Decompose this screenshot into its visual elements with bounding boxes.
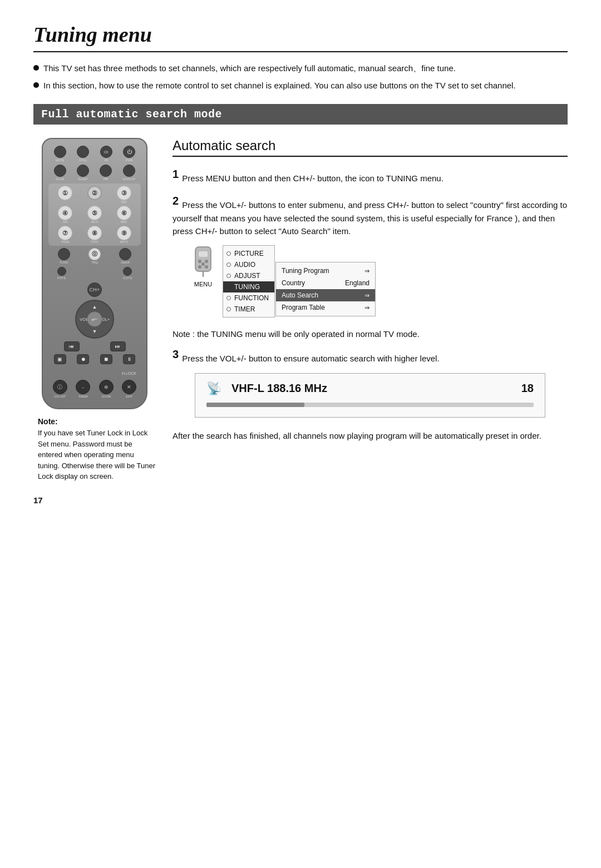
menu-icon-area: MENU	[189, 245, 217, 287]
swap-button[interactable]	[119, 248, 131, 260]
num7-wrap: ⑦ POR&	[52, 226, 79, 244]
pip-btn-wrap: PIP	[100, 165, 112, 181]
still-label: STILL	[79, 158, 87, 162]
hlock-label: H.LOCK	[122, 371, 136, 375]
nav-ring-outer: ▲ ▼ VOL- VOL+ Mᴺᵁ	[75, 300, 114, 339]
bullet-dot-1	[33, 65, 39, 71]
num5-button[interactable]: ⑤	[87, 206, 102, 220]
rec2-button[interactable]: ⏺	[77, 354, 89, 364]
rec4-button[interactable]: ⏸	[123, 354, 135, 364]
display-btn-wrap: DISPLAY	[122, 165, 135, 181]
num3-wrap: ③ DEF	[110, 186, 137, 204]
menu-circle-picture	[226, 251, 231, 256]
still-button[interactable]	[77, 146, 89, 158]
pstd-label: P.STD	[57, 276, 66, 280]
num0-button[interactable]: ⓪	[88, 248, 101, 260]
num4-button[interactable]: ④	[58, 206, 72, 220]
sstd-button[interactable]	[123, 267, 132, 276]
tvav-button[interactable]	[58, 248, 70, 260]
tvav-label: TV/AV	[60, 261, 68, 264]
scan-btn-wrap: SCAN	[54, 165, 66, 181]
page-title: Tuning menu	[33, 22, 568, 47]
minus-btn-wrap: – TIMER	[76, 380, 90, 398]
pstd-button[interactable]	[57, 267, 66, 276]
intro-section: This TV set has three methods to set cha…	[33, 62, 568, 92]
minus-button[interactable]: –	[76, 380, 90, 394]
sstd-btn-wrap: S.STD	[123, 267, 132, 280]
remote-row-2: SCAN SLEEP PIP DISPLAY	[48, 165, 141, 181]
num2-button[interactable]: ②	[87, 186, 102, 200]
vhf-progress-fill	[206, 403, 304, 407]
sleep-button[interactable]	[77, 165, 89, 177]
step1-num: 1	[173, 168, 179, 180]
svg-point-5	[205, 265, 208, 269]
num8-sub: STUV	[91, 240, 98, 244]
power-label: PWR	[126, 158, 133, 162]
zoom-label: ZOOM	[102, 395, 111, 398]
mute-button[interactable]	[54, 146, 66, 158]
num6-wrap: ⑥ MNO	[110, 206, 137, 224]
zoom-button[interactable]: ⊕	[99, 380, 114, 394]
num6-button[interactable]: ⑥	[117, 206, 131, 220]
menu-circle-timer	[226, 307, 231, 311]
num9-button[interactable]: ⑨	[117, 226, 131, 240]
info-button[interactable]: ⓘ	[53, 380, 67, 394]
bottom-row: ⓘ CH.LIST – TIMER ⊕ ZOOM ✕ EXIT	[48, 380, 141, 398]
power-button[interactable]: ⏻	[123, 146, 135, 158]
trq-label: TRQ	[91, 261, 98, 264]
menu-label-text: MENU	[194, 281, 212, 287]
vhf-top-row: 📡 VHF-L 188.16 MHz 18	[206, 381, 534, 396]
sstd-label: S.STD	[123, 276, 132, 280]
svg-rect-1	[199, 251, 208, 257]
nav-center-button[interactable]: Mᴺᵁ	[87, 311, 102, 327]
nav-area: ▲ ▼ VOL- VOL+ Mᴺᵁ	[48, 300, 141, 339]
num7-sub: POR&	[61, 240, 69, 244]
intro-bullet-2: In this section, how to use the remote c…	[33, 80, 568, 92]
right-column: Automatic search 1 Press MENU button and…	[173, 138, 568, 482]
num1-button[interactable]: ①	[58, 186, 72, 200]
two-col-layout: MUTE STILL I/II I/II ⏻ PWR	[33, 138, 568, 482]
display-button[interactable]	[123, 165, 135, 177]
menu-circle-adjust	[226, 274, 231, 278]
chplus-area: CH+	[48, 282, 141, 297]
sleep-label: SLEEP	[78, 177, 88, 181]
note-body: If you have set Tuner Lock in Lock Set m…	[38, 428, 156, 482]
power-btn-wrap: ⏻ PWR	[123, 146, 135, 162]
hlock-label-area: H.LOCK	[48, 367, 141, 376]
scan-button[interactable]	[54, 165, 66, 177]
nav-up-arrow: ▲	[92, 304, 97, 310]
tvav-btn-wrap: TV/AV	[58, 248, 70, 264]
i2-button[interactable]: I/II	[100, 146, 112, 158]
num5-wrap: ⑤ JKL%	[81, 206, 109, 224]
pip-button[interactable]	[100, 165, 112, 177]
footer-text: After the search has finished, all chann…	[173, 431, 568, 440]
chplus-button[interactable]: CH+	[87, 282, 102, 297]
bullet-dot-2	[33, 82, 39, 88]
rewind-button[interactable]: ⏮	[64, 341, 80, 351]
num8-button[interactable]: ⑧	[87, 226, 102, 240]
exit-button[interactable]: ✕	[122, 380, 136, 394]
note-section: Note: If you have set Tuner Lock in Lock…	[33, 417, 156, 482]
i2-label: I/II	[105, 158, 108, 162]
vhf-display-box: 📡 VHF-L 188.16 MHz 18	[195, 373, 545, 418]
display-label: DISPLAY	[122, 177, 135, 181]
sleep-btn-wrap: SLEEP	[77, 165, 89, 181]
rec-row: ▣ ⏺ ⏹ ⏸	[48, 354, 141, 364]
nav-down-arrow: ▼	[92, 329, 97, 334]
num3-sub: DEF	[121, 200, 127, 204]
i2-btn-wrap: I/II I/II	[100, 146, 112, 162]
sub-menu-tuning-program: Tuning Program ⇒	[276, 265, 375, 277]
num7-button[interactable]: ⑦	[58, 226, 72, 240]
auto-search-title: Automatic search	[173, 138, 568, 157]
rec3-button[interactable]: ⏹	[100, 354, 112, 364]
num3-button[interactable]: ③	[117, 186, 131, 200]
note-label: Note:	[38, 417, 156, 426]
sub-menu-auto-search: Auto Search ⇒	[276, 289, 375, 301]
menu-diagram: MENU PICTURE AUDIO ADJUST TUNING	[189, 245, 568, 318]
svg-rect-0	[195, 247, 211, 271]
left-column: MUTE STILL I/II I/II ⏻ PWR	[33, 138, 156, 482]
exit-label: EXIT	[126, 395, 132, 398]
rec1-button[interactable]: ▣	[54, 354, 66, 364]
forward-button[interactable]: ⏭	[110, 341, 126, 351]
svg-point-3	[205, 260, 208, 263]
